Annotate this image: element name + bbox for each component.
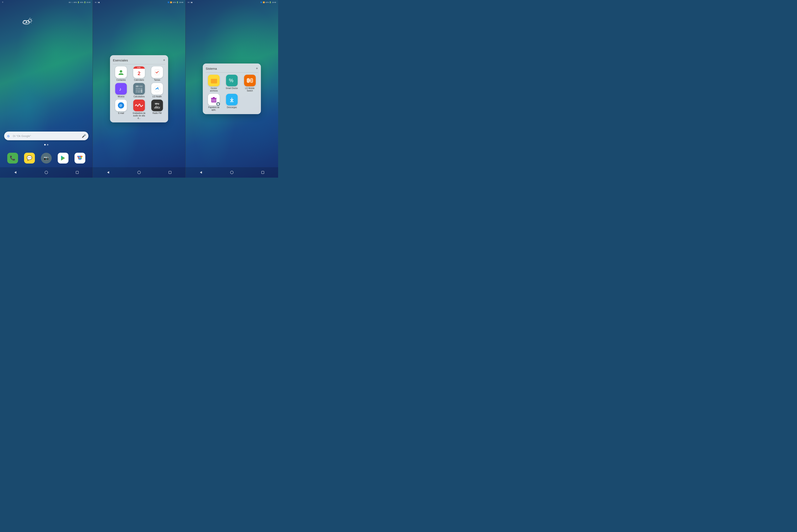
page-dots — [44, 144, 49, 146]
app-contactos[interactable]: Contactos — [113, 66, 129, 81]
dot-2[interactable] — [47, 144, 49, 146]
app-tareas[interactable]: Tareas — [149, 66, 165, 81]
messages-icon: 💬 — [26, 155, 32, 161]
weather-icon — [21, 17, 33, 26]
svg-rect-54 — [218, 103, 219, 103]
folder-add-sistema[interactable]: + — [256, 66, 258, 71]
search-placeholder: Di "Ok Google" — [13, 134, 80, 137]
back-button-2[interactable] — [105, 169, 111, 175]
dock-app-camera[interactable]: 📷 — [41, 153, 52, 164]
time-2: 19:48 — [179, 1, 183, 3]
svg-rect-30 — [137, 90, 139, 91]
tareas-label: Tareas — [154, 79, 160, 81]
notif-icons: ⊖ □ ▣ — [95, 1, 100, 3]
camera-icon: 📷 — [43, 156, 49, 160]
folder-header-esenciales: Esenciales + — [113, 58, 165, 64]
svg-rect-60 — [262, 171, 264, 174]
tareas-icon — [151, 66, 163, 78]
app-radio[interactable]: MHz Radio FM — [149, 100, 165, 119]
home-button[interactable] — [43, 169, 50, 175]
search-bar[interactable]: G Di "Ok Google" 🎤 — [4, 132, 89, 140]
svg-point-18 — [120, 70, 122, 73]
trash-icon — [208, 94, 220, 106]
folder-title-sistema: Sistema — [206, 67, 217, 70]
panel-home: ⠿ 3G ↑↓ 40% 🔋 40% 🔋 15:45 — [0, 0, 93, 177]
app-grabadora[interactable]: Grabadora de audio de alta d... — [131, 100, 147, 119]
wifi-bt-icon: 🔵 📶 — [168, 1, 172, 3]
svg-marker-52 — [217, 103, 219, 105]
dock-app-phone[interactable]: 📞 — [7, 153, 18, 164]
folder-esenciales-popup: Esenciales + Contactos SÁB. 2 Calendario — [110, 55, 168, 122]
battery-2: 42% 🔋 — [173, 1, 178, 3]
smartdoctor-label: Smart Doctor — [226, 87, 238, 90]
app-calendario[interactable]: SÁB. 2 Calendario — [131, 66, 147, 81]
svg-point-41 — [138, 171, 140, 174]
files-icon — [208, 75, 220, 86]
calendar-day-label: SÁB. — [133, 66, 145, 69]
svg-rect-17 — [76, 171, 78, 174]
app-calculadora[interactable]: Calculadora — [131, 83, 147, 98]
app-trash[interactable]: Papelera de aplic. — [206, 94, 222, 111]
home-button-2[interactable] — [136, 169, 142, 175]
app-smartdoctor[interactable]: % Smart Doctor — [224, 75, 240, 92]
app-files[interactable]: Gestor archivos — [206, 75, 222, 92]
svg-marker-15 — [14, 171, 16, 174]
svg-point-59 — [230, 171, 233, 174]
playstore-icon — [60, 155, 66, 161]
svg-text:♪: ♪ — [119, 87, 121, 92]
dock-app-chrome[interactable] — [75, 153, 85, 164]
svg-marker-58 — [200, 171, 202, 174]
app-musica[interactable]: ♪ Música — [113, 83, 129, 98]
app-lghealth[interactable]: LG Health — [149, 83, 165, 98]
recents-button-3[interactable] — [260, 169, 266, 175]
time-display: 40% 🔋 15:45 — [80, 1, 91, 3]
svg-rect-25 — [136, 88, 137, 89]
dock-app-playstore[interactable] — [58, 153, 69, 164]
svg-line-1 — [31, 19, 32, 19]
sistema-app-grid: Gestor archivos % Smart Doctor — [206, 75, 258, 111]
recents-button-2[interactable] — [167, 169, 173, 175]
dock-app-messages[interactable]: 💬 — [24, 153, 35, 164]
status-right-2: 🔵 📶 42% 🔋 19:48 — [168, 1, 184, 3]
folder-sistema-popup: Sistema + Gestor archivos % — [203, 63, 261, 114]
radio-icon: MHz — [151, 100, 163, 111]
svg-rect-48 — [213, 97, 215, 98]
calendario-label: Calendario — [134, 79, 144, 81]
svg-marker-11 — [61, 156, 65, 160]
lgswitch-icon — [244, 75, 256, 86]
svg-point-16 — [45, 171, 48, 174]
svg-text:G: G — [7, 134, 10, 138]
svg-rect-32 — [141, 90, 143, 91]
lgswitch-label: LG Mobile Switch — [243, 87, 257, 92]
contactos-label: Contactos — [116, 79, 126, 81]
panel-sistema: ⊖ □ ▣ 🔵 📶 42% 🔋 19:48 Sistema + Gestor — [186, 0, 278, 177]
weather-widget[interactable] — [21, 17, 33, 27]
svg-rect-34 — [137, 91, 140, 93]
nav-bar-home — [0, 167, 93, 177]
panel-esenciales: ⊖ □ ▣ 🔵 📶 42% 🔋 19:48 Esenciales + Conta… — [93, 0, 186, 177]
dot-1[interactable] — [44, 144, 46, 146]
musica-icon: ♪ — [115, 83, 127, 95]
app-downloads[interactable]: Descargas — [224, 94, 240, 111]
lghealth-icon — [151, 83, 163, 95]
svg-rect-29 — [136, 90, 137, 91]
smartdoctor-icon: % — [226, 75, 238, 86]
files-label: Gestor archivos — [207, 87, 221, 92]
email-icon: @ — [115, 100, 127, 111]
grabadora-label: Grabadora de audio de alta d... — [132, 112, 146, 119]
back-button[interactable] — [12, 169, 18, 175]
svg-line-3 — [31, 23, 32, 23]
svg-rect-27 — [139, 88, 140, 89]
recents-button[interactable] — [74, 169, 80, 175]
svg-rect-26 — [137, 88, 139, 89]
mic-icon[interactable]: 🎤 — [82, 134, 86, 138]
battery-icon: 40% 🔋 — [74, 1, 79, 3]
app-lgswitch[interactable]: LG Mobile Switch — [242, 75, 258, 92]
back-button-3[interactable] — [198, 169, 204, 175]
home-button-3[interactable] — [229, 169, 235, 175]
status-left-2: ⊖ □ ▣ — [95, 1, 100, 3]
folder-add-esenciales[interactable]: + — [163, 58, 165, 62]
folder-header-sistema: Sistema + — [206, 66, 258, 73]
status-right-3: 🔵 📶 42% 🔋 19:48 — [260, 1, 276, 3]
app-email[interactable]: @ E-mail — [113, 100, 129, 119]
